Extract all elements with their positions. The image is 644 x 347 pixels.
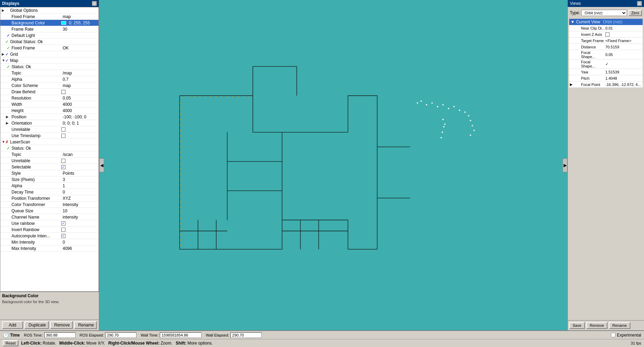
add-button[interactable]: Add (2, 321, 23, 329)
fps-display: 31 fps (631, 341, 641, 345)
tree-checkbox[interactable] (61, 127, 65, 132)
tree-checkbox[interactable] (61, 134, 65, 138)
tree-item[interactable]: Color Schememap (0, 82, 99, 89)
views-close-button[interactable]: × (637, 1, 642, 6)
displays-close-button[interactable]: × (92, 1, 97, 6)
tree-checkbox[interactable] (61, 221, 65, 226)
tree-item[interactable]: Use rainbow (0, 220, 99, 227)
tree-item[interactable]: ✓Global Status: Ok (0, 39, 99, 45)
tree-item[interactable]: ▶✓Grid (0, 51, 99, 57)
tree-checkbox[interactable] (61, 90, 65, 94)
reset-button[interactable]: Reset (3, 340, 18, 346)
current-view-collapse[interactable]: ▼ (571, 19, 575, 24)
duplicate-button[interactable]: Duplicate (24, 321, 49, 329)
tree-item[interactable]: Unreliable (0, 158, 99, 164)
tree-item[interactable]: ✓Status: Ok (0, 145, 99, 151)
ros-time-group: ROS Time: (24, 332, 76, 338)
svg-point-86 (180, 239, 181, 240)
views-zero-button[interactable]: Zero (628, 10, 642, 16)
ros-time-input[interactable] (44, 332, 76, 338)
left-click-action: Rotate. (42, 341, 56, 346)
tree-expand-icon: ▶ (0, 115, 6, 119)
tree-item-value: map (61, 83, 99, 88)
tree-item[interactable]: Selectable (0, 164, 99, 170)
tree-item[interactable]: Topic/scan (0, 151, 99, 158)
svg-point-50 (194, 96, 195, 97)
tree-item-value: intensity (61, 215, 99, 220)
wall-elapsed-input[interactable] (230, 332, 262, 338)
tree-item[interactable]: Resolution0.05 (0, 95, 99, 101)
shift-label: Shift: (176, 341, 187, 346)
tree-checkbox[interactable] (61, 165, 65, 169)
view-prop-name: Pitch (574, 76, 605, 80)
tree-item[interactable]: Color TransformerIntensity (0, 202, 99, 208)
ros-elapsed-input[interactable] (105, 332, 136, 338)
current-view-header: ▼ Current View Orbit (rviz) (569, 19, 643, 25)
collapse-left-arrow[interactable]: ◀ (99, 158, 104, 172)
tree-item[interactable]: StylePoints (0, 170, 99, 176)
tree-item[interactable]: Size (Pixels)3 (0, 176, 99, 183)
tree-item[interactable]: Queue Size10 (0, 208, 99, 214)
svg-point-58 (238, 96, 239, 97)
tree-expand-icon: ▶ (0, 8, 5, 12)
tree-item[interactable]: Autocompute Inten... (0, 233, 99, 239)
svg-point-47 (181, 97, 182, 98)
tree-item[interactable]: Max Intensity4096 (0, 245, 99, 252)
ros-time-label: ROS Time: (24, 333, 43, 337)
tree-item[interactable]: Invert Rainbow (0, 227, 99, 233)
tree-item[interactable]: Channel Nameintensity (0, 214, 99, 220)
tree-item-label: Color Transformer (11, 202, 61, 207)
tree-item[interactable]: ▶Global Options (0, 7, 99, 14)
tree-expand-icon: ▶ (0, 121, 6, 125)
tree-item[interactable]: Draw Behind (0, 89, 99, 95)
view-prop-row: Distance70.5159 (569, 44, 643, 50)
viewport[interactable]: ◀ ▶ (99, 0, 567, 330)
tree-item[interactable]: ▼✓Map (0, 57, 99, 64)
rename-button[interactable]: Rename (74, 321, 97, 329)
view-prop-name: Focal Shape... (574, 50, 605, 59)
tree-item[interactable]: ✓Status: Ok (0, 64, 99, 70)
tree-checkbox[interactable] (61, 228, 65, 232)
remove-button[interactable]: Remove (50, 321, 73, 329)
tree-item[interactable]: Topic/map (0, 70, 99, 76)
collapse-right-arrow[interactable]: ▶ (563, 158, 567, 172)
views-save-button[interactable]: Save (569, 322, 585, 329)
tree-item[interactable]: Decay Time0 (0, 189, 99, 195)
tree-item-value: 0 (61, 240, 99, 245)
tree-item[interactable]: Background Color0; 255; 255 (0, 20, 99, 26)
tree-item[interactable]: Alpha1 (0, 183, 99, 189)
tree-item[interactable]: Width4000 (0, 101, 99, 108)
tree-item[interactable]: ▼✗LaserScan (0, 139, 99, 145)
view-prop-expand-icon: ▶ (570, 82, 574, 86)
tree-item-value: 0; 0; 0; 1 (61, 121, 99, 126)
tree-item[interactable]: ▶Orientation0; 0; 0; 1 (0, 120, 99, 126)
view-prop-name: Focal Shape... (574, 60, 605, 68)
tree-expand-icon: ▼ (0, 140, 5, 144)
tree-item-label: Topic (11, 71, 61, 76)
tree-item[interactable]: ▶Position-100; -100; 0 (0, 114, 99, 120)
tree-item[interactable]: Use Timestamp (0, 133, 99, 139)
views-remove-button[interactable]: Remove (586, 322, 607, 329)
tree-checkbox[interactable] (61, 234, 65, 238)
tree-item-value: XYZ (61, 196, 99, 201)
wall-time-input[interactable] (160, 332, 202, 338)
tree-item-label: LaserScan (9, 140, 60, 144)
tree-item[interactable]: Frame Rate30 (0, 26, 99, 32)
tree-item[interactable]: Alpha0.7 (0, 76, 99, 82)
views-type-select[interactable]: Orbit (rviz) (581, 10, 627, 16)
experimental-checkbox[interactable] (611, 333, 615, 337)
svg-point-55 (221, 96, 222, 97)
tree-item[interactable]: Min Intensity0 (0, 239, 99, 245)
tree-item[interactable]: ✓Fixed FrameOK (0, 45, 99, 51)
tree-item[interactable]: Height4000 (0, 108, 99, 114)
tree-item[interactable]: Position TransformerXYZ (0, 195, 99, 202)
view-prop-checkbox[interactable] (605, 32, 610, 37)
tree-item-label: Position Transformer (11, 196, 61, 201)
tree-item[interactable]: Fixed Framemap (0, 14, 99, 20)
tree-item[interactable]: Unreliable (0, 126, 99, 133)
tree-item-label: Unreliable (11, 158, 61, 163)
views-rename-button[interactable]: Rename (609, 322, 630, 329)
wall-elapsed-group: Wall Elapsed: (206, 332, 262, 338)
tree-item[interactable]: ✓Default Light (0, 32, 99, 39)
tree-checkbox[interactable] (61, 159, 65, 163)
